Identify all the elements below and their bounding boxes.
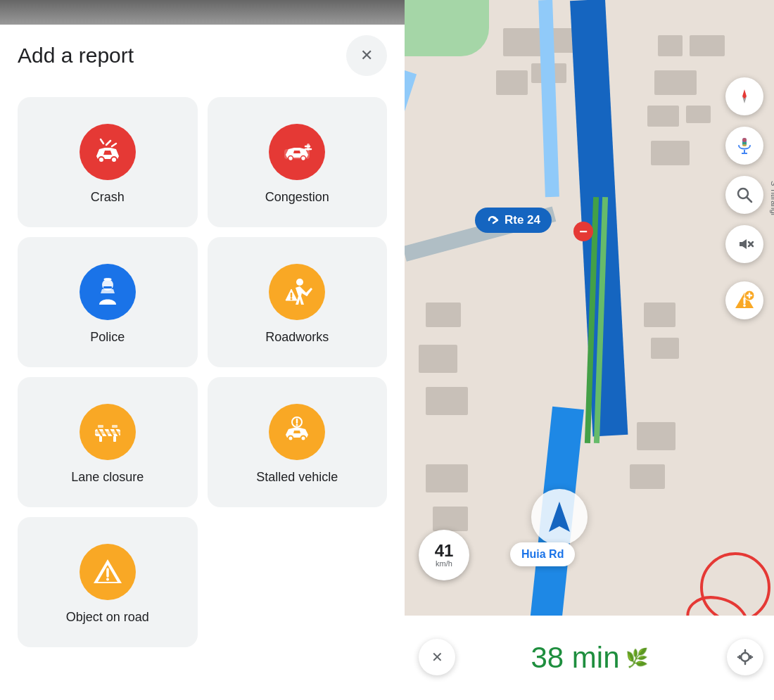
building <box>630 464 665 489</box>
congestion-label: Congestion <box>265 190 329 205</box>
close-map-button[interactable]: ✕ <box>419 639 455 675</box>
street-label: S Titirangi <box>770 181 774 215</box>
roadworks-icon <box>280 275 314 309</box>
svg-point-23 <box>288 436 293 441</box>
report-item-police[interactable]: Police <box>18 237 198 367</box>
speed-unit: km/h <box>436 559 452 568</box>
minus-badge: − <box>573 222 593 241</box>
green-area <box>405 0 489 56</box>
lane-closure-label: Lane closure <box>71 470 144 485</box>
report-grid: Crash Congestion <box>18 97 387 647</box>
navigation-circle <box>531 489 588 545</box>
police-label: Police <box>90 330 125 345</box>
route-icon <box>486 213 500 227</box>
stalled-vehicle-icon-circle <box>269 404 325 460</box>
svg-point-10 <box>296 279 303 286</box>
recenter-button[interactable] <box>727 639 763 675</box>
building <box>647 106 679 127</box>
svg-rect-20 <box>113 436 116 442</box>
lane-closure-icon-circle <box>80 404 136 460</box>
close-map-icon: ✕ <box>431 649 443 666</box>
lane-closure-icon <box>91 415 125 449</box>
panel-title: Add a report <box>18 44 134 68</box>
route-badge: Rte 24 <box>475 208 552 233</box>
report-item-lane-closure[interactable]: Lane closure <box>18 377 198 507</box>
eta-bar: 38 min 🌿 <box>405 616 774 700</box>
object-on-road-icon <box>91 555 125 589</box>
congestion-icon <box>280 135 314 169</box>
svg-point-4 <box>301 156 306 161</box>
svg-point-1 <box>111 157 117 163</box>
navigation-arrow-icon <box>542 498 577 537</box>
svg-point-44 <box>743 305 746 307</box>
huia-road-badge: Huia Rd <box>510 542 575 566</box>
compass-button[interactable] <box>725 77 763 115</box>
building <box>686 106 711 123</box>
svg-point-6 <box>102 279 113 291</box>
object-on-road-label: Object on road <box>66 610 149 625</box>
svg-rect-7 <box>103 286 112 288</box>
eta-value: 38 min <box>531 641 619 675</box>
panel-header: Add a report ✕ <box>18 35 387 76</box>
building <box>426 387 468 415</box>
building <box>637 422 675 450</box>
building <box>419 345 457 373</box>
voice-button[interactable] <box>725 127 763 165</box>
police-icon-circle <box>80 264 136 320</box>
svg-point-12 <box>291 298 293 300</box>
svg-point-29 <box>106 578 109 581</box>
svg-line-40 <box>747 197 751 202</box>
search-button[interactable] <box>725 176 763 214</box>
svg-rect-19 <box>99 436 102 442</box>
svg-rect-21 <box>98 425 103 428</box>
map-panel: Rte 24 − 41 km/h Huia Rd S Titirangi <box>405 0 774 700</box>
report-item-crash[interactable]: Crash <box>18 97 198 227</box>
building <box>426 464 468 492</box>
search-icon <box>735 186 754 204</box>
building <box>654 70 697 95</box>
svg-point-27 <box>296 424 298 426</box>
add-report-button[interactable] <box>725 281 763 319</box>
object-on-road-icon-circle <box>80 544 136 600</box>
stalled-vehicle-icon <box>280 415 314 449</box>
svg-point-0 <box>99 157 104 163</box>
police-icon <box>91 275 125 309</box>
crash-icon-circle <box>80 124 136 180</box>
roadworks-label: Roadworks <box>265 330 329 345</box>
compass-icon <box>735 87 754 106</box>
huia-road-label: Huia Rd <box>521 548 564 560</box>
crash-label: Crash <box>91 190 125 205</box>
crash-icon <box>91 135 125 169</box>
map-background[interactable]: Rte 24 − 41 km/h Huia Rd S Titirangi <box>405 0 774 700</box>
report-item-congestion[interactable]: Congestion <box>208 97 388 227</box>
building <box>496 70 528 95</box>
top-strip <box>0 0 405 25</box>
report-item-stalled-vehicle[interactable]: Stalled vehicle <box>208 377 388 507</box>
close-button[interactable]: ✕ <box>346 35 387 76</box>
stalled-vehicle-label: Stalled vehicle <box>256 470 338 485</box>
building <box>433 507 468 531</box>
report-item-object-on-road[interactable]: Object on road <box>18 517 198 647</box>
mute-icon <box>735 235 754 253</box>
svg-rect-36 <box>742 138 747 142</box>
microphone-icon <box>735 136 754 155</box>
building <box>658 35 683 56</box>
svg-rect-38 <box>742 144 747 146</box>
building <box>651 141 690 165</box>
congestion-icon-circle <box>269 124 325 180</box>
svg-point-24 <box>301 436 306 441</box>
svg-rect-22 <box>112 425 118 428</box>
svg-point-3 <box>288 156 293 161</box>
warning-plus-icon <box>734 290 755 311</box>
building <box>503 28 542 56</box>
report-panel: Add a report ✕ Crash <box>0 0 405 700</box>
recenter-icon <box>735 647 755 667</box>
report-item-roadworks[interactable]: Roadworks <box>208 237 388 367</box>
mute-button[interactable] <box>725 225 763 263</box>
svg-marker-30 <box>549 502 570 532</box>
building <box>690 35 725 56</box>
roadworks-icon-circle <box>269 264 325 320</box>
leaf-icon: 🌿 <box>626 647 648 669</box>
building <box>651 338 679 359</box>
speed-badge: 41 km/h <box>419 530 469 580</box>
